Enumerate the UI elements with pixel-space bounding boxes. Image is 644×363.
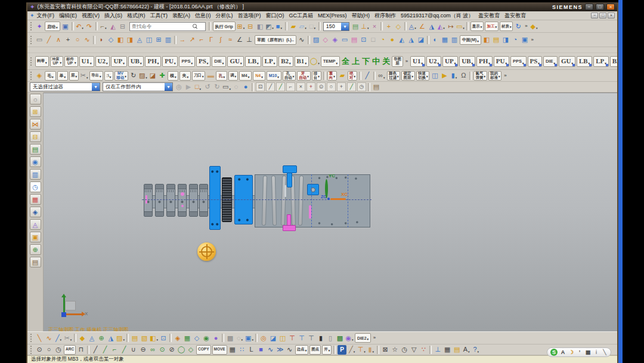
menu-item[interactable]: GC工具箱 <box>287 12 316 20</box>
snap-corner-icon[interactable]: ⌐ <box>286 82 295 91</box>
p-button[interactable]: P <box>338 345 346 355</box>
window-grid-icon[interactable]: ⊞ ▾ <box>237 21 245 31</box>
patch-icon[interactable]: ◧ <box>482 35 491 45</box>
start-button[interactable]: 启动 ▾ <box>45 21 60 31</box>
guide-layer-button[interactable]: 导图 层 <box>392 56 403 67</box>
absolute-button[interactable]: 绝 对 ▾ <box>348 71 357 81</box>
dots-icon[interactable]: ∵ <box>419 345 428 355</box>
work-pu-button[interactable]: PU ▾ <box>494 56 509 67</box>
point-tool-icon[interactable]: + <box>64 35 72 45</box>
gas-spring-button[interactable]: 氮气 弹簧 ▾ <box>473 71 487 81</box>
import-icon[interactable]: ◧ <box>256 21 264 31</box>
blank-button[interactable]: 毛 ▾ <box>45 71 56 81</box>
roles-icon[interactable]: ☼ <box>30 94 41 104</box>
part-library-icon[interactable]: ◆ ▾ <box>530 21 538 31</box>
tube-icon[interactable]: ◫ <box>145 35 153 45</box>
rotate-icon[interactable]: ↻ <box>129 71 138 81</box>
open-button[interactable]: 开 ▾ <box>322 345 332 355</box>
ring-icon[interactable]: ◯ ▾ <box>310 57 320 66</box>
line-green-icon[interactable]: ╱ <box>101 345 109 355</box>
polyline-icon[interactable]: ⌐ <box>110 345 119 355</box>
csys-icon[interactable]: ⊥ ▾ <box>361 21 369 31</box>
clamp-button[interactable]: 夹 ▾ <box>179 71 191 81</box>
blank-swatch-icon[interactable]: □ ▾ <box>308 21 317 31</box>
swoop-icon[interactable]: ◈ <box>331 35 339 45</box>
work-die-button[interactable]: DIE ▾ <box>543 56 558 67</box>
layer-b1-button[interactable]: B1 ▾ <box>295 56 309 67</box>
command-search-input[interactable] <box>132 23 193 29</box>
show-all-button[interactable]: 全 <box>341 57 350 66</box>
work-b2-button[interactable]: B2 ▾ <box>610 56 617 67</box>
section-surface-icon[interactable]: ◮ <box>407 35 416 45</box>
line2-icon[interactable]: ╱ <box>120 345 128 355</box>
measure-body-icon[interactable]: ◮ <box>428 21 436 31</box>
menu-item[interactable]: 格式(R) <box>125 12 148 20</box>
die-station-1[interactable] <box>144 184 153 217</box>
spline-icon[interactable]: ∿ <box>83 35 91 45</box>
pen-icon[interactable]: ╱ <box>363 71 371 81</box>
sheet-icon[interactable]: ▥ <box>164 35 172 45</box>
ruled-icon[interactable]: ▭ <box>340 35 349 45</box>
layer-lb-button[interactable]: LB ▾ <box>245 56 261 67</box>
help-icon[interactable]: ? ▾ <box>472 345 480 355</box>
color-filter-button[interactable]: 颜色 过滤 ▾ <box>387 71 401 81</box>
edge-point-button[interactable]: 边点 ▾ <box>295 345 309 355</box>
circle-icon[interactable]: ○ <box>73 35 82 45</box>
sew-icon[interactable]: ▤ <box>492 35 500 45</box>
snap-axis-icon[interactable]: + <box>306 82 315 91</box>
reuse-library-icon[interactable]: ▤ <box>30 144 41 155</box>
swirl-icon[interactable]: ◎ <box>259 333 268 343</box>
sketch-in-task-icon[interactable]: ╱ <box>45 35 53 45</box>
punch-up-button[interactable]: 冲床 UP ▾ <box>50 56 64 67</box>
perspective-icon[interactable]: ● <box>212 333 220 343</box>
die-station-4[interactable] <box>178 184 187 217</box>
relations-icon[interactable]: ⊕ <box>30 244 41 255</box>
nx-app-icon[interactable]: ✦ <box>35 21 44 31</box>
web-browser-icon[interactable]: ▥ <box>30 169 41 180</box>
path-button[interactable]: :\ ▾ <box>104 71 114 81</box>
standard-up-button[interactable]: 标件 UP ▾ <box>64 56 78 67</box>
trimmed-sheet-icon[interactable]: ▦ <box>441 35 449 45</box>
rebend-icon[interactable]: ⊥ <box>245 35 253 45</box>
star-icon[interactable]: ☆ <box>391 345 399 355</box>
hand-icon[interactable]: ▶ <box>440 71 448 81</box>
extension-icon[interactable]: ▥ <box>450 35 459 45</box>
lock-layer-button[interactable]: 锁定 图层 ▾ <box>401 71 415 81</box>
revolve-icon[interactable]: ◨ <box>126 35 134 45</box>
list-icon[interactable]: ▤ <box>453 345 461 355</box>
layer-gu-button[interactable]: GU ▾ <box>227 56 244 67</box>
swept-surface-icon[interactable]: ◭ <box>398 35 406 45</box>
snap-endpoint-icon[interactable]: ╱ <box>266 82 275 91</box>
menu-item[interactable]: 分析(L) <box>213 12 236 20</box>
show-upper-button[interactable]: 上 <box>351 57 360 66</box>
rect-tool-icon[interactable]: ⊓ <box>77 345 85 355</box>
open-folder-icon[interactable]: ▱ ▾ <box>299 21 307 31</box>
auto-hole-button[interactable]: 孔 自动 ▾ <box>283 71 296 81</box>
hd3d-tools-icon[interactable]: ◉ <box>30 156 41 167</box>
move2-button[interactable]: MOVE <box>212 345 227 355</box>
menu-item[interactable]: 视图(V) <box>79 12 102 20</box>
vector-icon[interactable]: × <box>370 21 379 31</box>
new-window-icon[interactable]: ⊟ <box>119 21 127 31</box>
layer-button[interactable]: 层 ▾ <box>69 71 79 81</box>
snap-pl-icon[interactable]: + <box>337 82 346 91</box>
trim-icon[interactable]: ✂ ▾ <box>64 333 72 343</box>
preview-icon[interactable]: ◎ <box>175 82 183 92</box>
slot-light[interactable] <box>284 185 286 197</box>
timer-icon[interactable]: ◷ <box>400 345 408 355</box>
m10-button[interactable]: M10 ▾ <box>267 71 281 81</box>
mdi-restore-button[interactable]: □ <box>599 13 606 19</box>
work-up-button[interactable]: UP ▾ <box>442 56 458 67</box>
menu-item[interactable]: MEX(Press) <box>315 13 349 19</box>
die-station-5[interactable] <box>189 184 198 217</box>
selection-scope-combo[interactable]: 仅在工作部件内 ▼ <box>103 82 173 91</box>
process-studio-icon[interactable]: ◬ <box>30 219 41 230</box>
menu-item[interactable]: 595219317@qq.com（肖 波） <box>398 12 476 20</box>
shaded-cube-icon[interactable]: ■ ▾ <box>275 21 283 31</box>
grid-point-button[interactable]: 图点 <box>309 345 321 355</box>
contour-flange-icon[interactable]: ∫ <box>216 35 225 45</box>
select-arrow-icon[interactable]: ▶ <box>184 82 193 92</box>
plate-dark-icon[interactable]: ▮ <box>317 333 325 343</box>
work-gu-button[interactable]: GU ▾ <box>559 56 575 67</box>
layer-u1-button[interactable]: U1 ▾ <box>79 56 94 67</box>
